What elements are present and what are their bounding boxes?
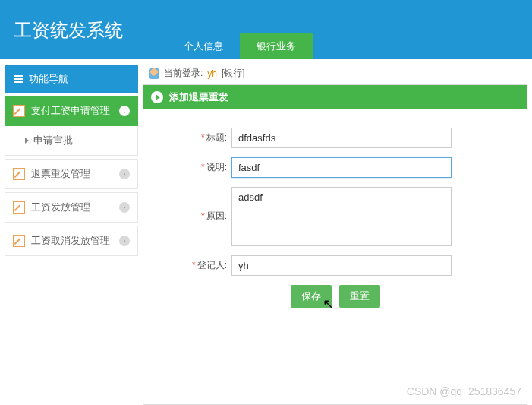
user-icon bbox=[149, 68, 159, 79]
save-button[interactable]: 保存 bbox=[291, 285, 332, 308]
login-status-bar: 当前登录: yh [银行] bbox=[141, 62, 532, 84]
nav-item-payroll-apply[interactable]: 支付工资申请管理 ⌄ bbox=[5, 96, 138, 126]
form-row-registrant: *登记人: bbox=[159, 255, 512, 276]
list-icon bbox=[14, 75, 23, 83]
nav-item-payroll-cancel[interactable]: 工资取消发放管理 › bbox=[5, 226, 138, 256]
login-prefix: 当前登录: bbox=[164, 67, 203, 80]
triangle-right-icon bbox=[25, 138, 29, 144]
form-row-desc: *说明: bbox=[159, 157, 512, 178]
top-tabs: 个人信息 银行业务 bbox=[167, 33, 313, 59]
chevron-right-icon: › bbox=[119, 169, 130, 179]
nav-header: 功能导航 bbox=[5, 65, 138, 93]
panel-header: 添加退票重发 bbox=[143, 85, 527, 109]
sub-item-approval[interactable]: 申请审批 bbox=[5, 126, 138, 156]
registrant-label: *登记人: bbox=[159, 255, 231, 272]
main-container: 功能导航 支付工资申请管理 ⌄ 申请审批 退票重发管理 › 工资发放管理 › 工… bbox=[0, 59, 532, 405]
login-user: yh bbox=[207, 68, 217, 79]
nav-item-label: 退票重发管理 bbox=[31, 167, 90, 181]
chevron-right-icon: › bbox=[119, 236, 130, 246]
watermark: CSDN @qq_251836457 bbox=[407, 385, 521, 397]
nav-item-label: 支付工资申请管理 bbox=[31, 104, 110, 118]
form-body: *标题: *说明: *原因: *登记人: 保存 重置 bbox=[143, 109, 527, 315]
desc-label: *说明: bbox=[159, 157, 231, 174]
document-icon bbox=[13, 235, 25, 247]
document-icon bbox=[13, 105, 25, 117]
content-area: 当前登录: yh [银行] 添加退票重发 *标题: *说明: *原因: bbox=[141, 59, 532, 405]
nav-item-label: 工资发放管理 bbox=[31, 201, 90, 214]
tab-personal-info[interactable]: 个人信息 bbox=[167, 33, 240, 59]
sub-item-label: 申请审批 bbox=[33, 134, 73, 147]
login-role: [银行] bbox=[222, 67, 245, 80]
reason-label: *原因: bbox=[159, 187, 231, 223]
nav-item-payroll-release[interactable]: 工资发放管理 › bbox=[5, 192, 138, 223]
form-row-title: *标题: bbox=[159, 128, 512, 148]
chevron-right-icon: › bbox=[119, 202, 130, 213]
reset-button[interactable]: 重置 bbox=[339, 285, 380, 308]
title-input[interactable] bbox=[231, 128, 452, 148]
chevron-down-icon: ⌄ bbox=[119, 106, 130, 116]
form-row-reason: *原因: bbox=[159, 187, 512, 246]
app-header: 工资统发系统 个人信息 银行业务 bbox=[0, 0, 532, 59]
document-icon bbox=[13, 168, 25, 180]
sidebar: 功能导航 支付工资申请管理 ⌄ 申请审批 退票重发管理 › 工资发放管理 › 工… bbox=[0, 59, 141, 405]
document-icon bbox=[13, 201, 25, 214]
reason-textarea[interactable] bbox=[231, 187, 452, 246]
form-panel: 添加退票重发 *标题: *说明: *原因: *登记人: bbox=[143, 84, 527, 405]
registrant-input[interactable] bbox=[231, 255, 452, 276]
app-title: 工资统发系统 bbox=[14, 18, 123, 43]
nav-item-label: 工资取消发放管理 bbox=[31, 234, 110, 248]
desc-input[interactable] bbox=[231, 157, 452, 178]
nav-header-label: 功能导航 bbox=[29, 72, 68, 86]
nav-item-refund-resend[interactable]: 退票重发管理 › bbox=[5, 159, 138, 189]
tab-bank-business[interactable]: 银行业务 bbox=[240, 33, 313, 59]
button-row: 保存 重置 ↖ bbox=[159, 285, 512, 308]
play-icon bbox=[151, 91, 163, 103]
title-label: *标题: bbox=[159, 128, 231, 144]
panel-title: 添加退票重发 bbox=[169, 90, 228, 104]
